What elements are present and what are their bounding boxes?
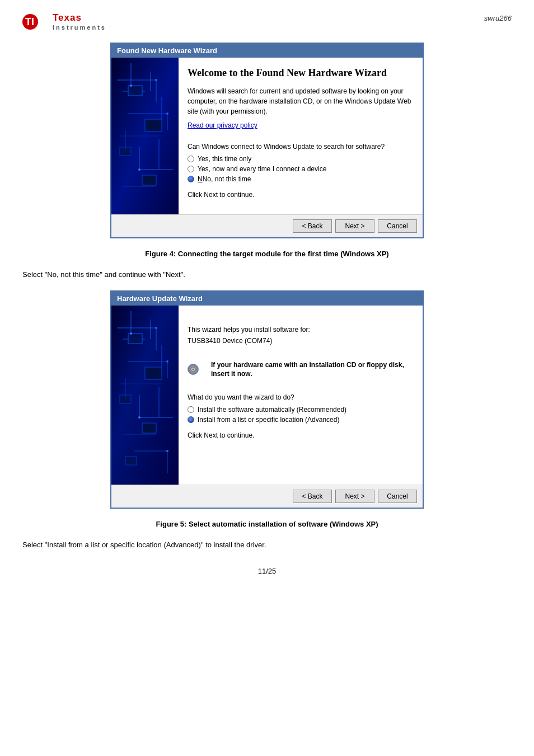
wizard2-radio-group: Install the software automatically (Reco… [188, 406, 414, 424]
wizard2-question: What do you want the wizard to do? [188, 393, 414, 401]
wizard1-buttons: < Back Next > Cancel [111, 214, 423, 237]
cd-insert-text: If your hardware came with an installati… [211, 360, 414, 379]
svg-rect-13 [128, 86, 142, 96]
radio-install-auto[interactable]: Install the software automatically (Reco… [188, 406, 414, 414]
wizard1-title-label: Found New Hardware Wizard [117, 46, 217, 55]
svg-rect-14 [145, 119, 162, 132]
radio-yes-always[interactable]: Yes, now and every time I connect a devi… [188, 165, 414, 173]
radio-no-selected-circle[interactable] [188, 176, 194, 182]
svg-point-53 [166, 450, 168, 452]
wizard2-content: This wizard helps you install software f… [179, 306, 423, 485]
radio-no-this-time[interactable]: NNo, not this time [188, 175, 414, 183]
wizard2-back-button[interactable]: < Back [293, 490, 332, 503]
page-header: TI Texas Instruments swru266 [22, 11, 512, 32]
wizard2-device: TUSB3410 Device (COM74) [188, 337, 414, 345]
radio-yes-always-circle[interactable] [188, 166, 194, 172]
svg-rect-42 [142, 423, 156, 433]
svg-rect-16 [142, 175, 156, 185]
circuit-decoration-2 [111, 306, 179, 485]
svg-point-25 [138, 168, 140, 171]
svg-point-24 [166, 112, 168, 115]
page-number: 11/25 [22, 567, 512, 575]
wizard1-back-button[interactable]: < Back [293, 219, 332, 233]
wizard2-titlebar: Hardware Update Wizard [111, 292, 423, 306]
radio-auto-label: Install the software automatically (Reco… [198, 406, 346, 414]
svg-rect-39 [128, 334, 142, 344]
svg-point-23 [155, 79, 157, 81]
wizard2-next-button[interactable]: Next > [335, 490, 374, 503]
svg-point-22 [130, 84, 132, 87]
instruction2-text: Select "Install from a list or specific … [22, 539, 512, 551]
wizard1-radio-group: Yes, this time only Yes, now and every t… [188, 155, 414, 183]
found-new-hardware-wizard: Found New Hardware Wizard [110, 43, 424, 238]
wizard1-next-button[interactable]: Next > [335, 219, 374, 233]
svg-rect-40 [145, 367, 162, 379]
radio-yes-once[interactable]: Yes, this time only [188, 155, 414, 163]
radio-list-label: Install from a list or specific location… [198, 416, 339, 424]
cd-icon [188, 361, 205, 377]
wizard2-title-label: Hardware Update Wizard [117, 294, 203, 303]
instruction1-text: Select "No, not this time" and continue … [22, 269, 512, 280]
wizard1-titlebar: Found New Hardware Wizard [111, 44, 423, 58]
svg-point-50 [155, 327, 157, 329]
radio-no-label: NNo, not this time [198, 175, 251, 183]
wizard2-buttons: < Back Next > Cancel [111, 485, 423, 508]
wizard2-image-panel [111, 306, 179, 485]
svg-rect-43 [125, 457, 137, 465]
figure2-caption: Figure 5: Select automatic installation … [22, 520, 512, 528]
cd-insert-box: If your hardware came with an installati… [188, 358, 414, 382]
hardware-update-wizard: Hardware Update Wizard [110, 290, 424, 509]
circuit-decoration [111, 58, 179, 214]
svg-point-51 [166, 360, 168, 363]
figure1-caption: Figure 4: Connecting the target module f… [22, 250, 512, 258]
wizard1-cancel-button[interactable]: Cancel [378, 219, 417, 233]
logo-text: Texas Instruments [53, 12, 106, 31]
wizard2-cancel-button[interactable]: Cancel [378, 490, 417, 503]
wizard1-question: Can Windows connect to Windows Update to… [188, 143, 414, 151]
logo-instruments-label: Instruments [53, 24, 106, 31]
radio-install-list[interactable]: Install from a list or specific location… [188, 416, 414, 424]
svg-text:TI: TI [25, 16, 34, 27]
wizard2-desc: This wizard helps you install software f… [188, 326, 414, 334]
logo-texas-label: Texas [53, 12, 106, 24]
wizard1-content: Welcome to the Found New Hardware Wizard… [179, 58, 423, 214]
logo-area: TI Texas Instruments [22, 11, 106, 32]
radio-auto-circle[interactable] [188, 406, 194, 413]
wizard1-desc: Windows will search for current and upda… [188, 86, 414, 116]
radio-list-circle-selected[interactable] [188, 416, 194, 423]
wizard1-image-panel [111, 58, 179, 214]
wizard2-body: This wizard helps you install software f… [111, 306, 423, 485]
radio-yes-always-label: Yes, now and every time I connect a devi… [198, 165, 326, 173]
ti-logo-icon: TI [22, 11, 48, 32]
radio-yes-once-label: Yes, this time only [198, 155, 251, 163]
privacy-policy-link[interactable]: Read our privacy policy [188, 121, 257, 129]
svg-point-56 [193, 369, 194, 370]
svg-point-52 [138, 416, 140, 419]
radio-yes-once-circle[interactable] [188, 156, 194, 162]
wizard1-body: Welcome to the Found New Hardware Wizard… [111, 58, 423, 214]
document-id: swru266 [484, 14, 512, 22]
wizard1-heading: Welcome to the Found New Hardware Wizard [188, 67, 414, 79]
svg-point-49 [130, 332, 132, 335]
wizard1-footer: Click Next to continue. [188, 191, 414, 199]
wizard2-footer: Click Next to continue. [188, 431, 414, 439]
